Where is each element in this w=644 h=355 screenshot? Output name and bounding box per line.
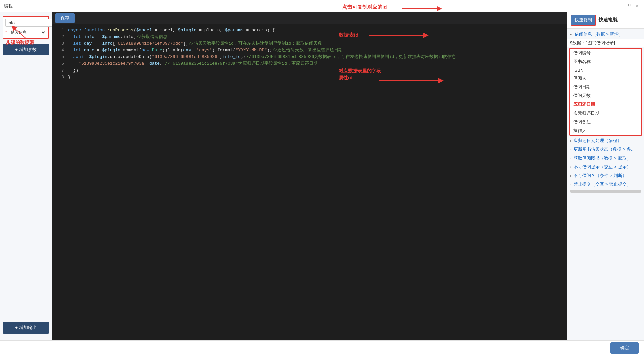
quick-copy-header: 快速复制 快速複製 <box>567 12 644 29</box>
tree-item-update-status[interactable]: › 更新图书借阅状态（数据 > 多... <box>567 145 644 154</box>
tree-item-label: 借阅信息（数据 > 新增） <box>575 32 623 37</box>
field-item-borrow-date[interactable]: 借阅日期 <box>570 83 641 91</box>
code-panel: 保存 1 async function runProcess($model = … <box>52 12 567 340</box>
field-item-book-name[interactable]: 图书名称 <box>570 57 641 66</box>
window-title: 编程 <box>4 3 13 9</box>
code-line: 5 await $plugin.data.updateData("6139a73… <box>52 54 567 60</box>
left-panel: 🗑 * 借阅信息 + 增加参数 + 增加输出 <box>0 12 52 340</box>
sub-tree-header: $数据：[ 图书借阅记录] <box>567 39 644 47</box>
param-select-row: * 借阅信息 <box>5 29 46 36</box>
param-input-row: 🗑 <box>5 19 46 27</box>
tree-item-get-book[interactable]: › 获取借阅图书（数据 > 获取） <box>567 154 644 163</box>
field-item-borrower[interactable]: 借阅人 <box>570 74 641 83</box>
code-line: 1 async function runProcess($model = mod… <box>52 27 567 34</box>
confirm-button[interactable]: 确定 <box>610 342 639 354</box>
tree-item-label: 更新图书借阅状态（数据 > 多... <box>574 147 635 152</box>
main-content: 🗑 * 借阅信息 + 增加参数 + 增加输出 保存 <box>0 12 644 340</box>
close-icon[interactable]: ✕ <box>635 3 640 9</box>
code-line: 7 }) <box>52 67 567 74</box>
tree-item-cannot-borrow-judge[interactable]: › 不可借阅？（条件 > 判断） <box>567 171 644 180</box>
code-line: 4 let date = $plugin.moment(new Date()).… <box>52 47 567 54</box>
tree-item-label: 应归还日期处理（编程） <box>574 138 622 143</box>
tree-item-label: 不可借阅？（条件 > 判断） <box>574 173 627 178</box>
quick-copy-button[interactable]: 快速复制 <box>571 15 596 26</box>
chevron-right-icon: › <box>570 147 571 151</box>
chevron-down-icon: ▾ <box>570 32 572 36</box>
scroll-indicator <box>570 190 641 193</box>
main-window: 编程 ⠿ ✕ 🗑 * 借阅信息 + 增加参数 <box>0 0 644 355</box>
field-item-return-date[interactable]: 应归还日期 <box>570 100 641 109</box>
code-area[interactable]: 1 async function runProcess($model = mod… <box>52 24 567 340</box>
field-box: 借阅编号 图书名称 ISBN 借阅人 借阅日期 借阅天数 应归还日期 实际归还日… <box>569 48 642 136</box>
code-line: 6 "6139a8e235e1c21ee79f703a":date, //"61… <box>52 60 567 67</box>
param-type-select[interactable]: 借阅信息 <box>8 29 46 36</box>
tree-area[interactable]: ▾ 借阅信息（数据 > 新增） $数据：[ 图书借阅记录] 借阅编号 图书名称 … <box>567 29 644 340</box>
chevron-right-icon: › <box>570 182 571 186</box>
field-item-operator[interactable]: 操作人 <box>570 126 641 135</box>
code-line: 8 } <box>52 74 567 81</box>
field-item-isbn[interactable]: ISBN <box>570 66 641 74</box>
chevron-right-icon: › <box>570 174 571 178</box>
field-item-borrow-days[interactable]: 借阅天数 <box>570 91 641 100</box>
code-toolbar: 保存 <box>52 12 567 24</box>
bottom-bar: 确定 <box>0 340 644 355</box>
chevron-right-icon: › <box>570 165 571 169</box>
resize-icon[interactable]: ⠿ <box>627 3 632 9</box>
save-button[interactable]: 保存 <box>55 13 75 23</box>
required-star: * <box>5 30 7 35</box>
chevron-right-icon: › <box>570 139 571 143</box>
field-item-borrow-id[interactable]: 借阅编号 <box>570 49 641 57</box>
window-controls: ⠿ ✕ <box>627 3 640 9</box>
title-bar: 编程 ⠿ ✕ <box>0 0 644 12</box>
code-line: 2 let info = $params.info;//获取借阅信息 <box>52 34 567 40</box>
add-param-button[interactable]: + 增加参数 <box>3 44 49 55</box>
spacer <box>3 55 49 322</box>
code-line: 3 let day = +info["6139a899841ce71ef8977… <box>52 40 567 47</box>
tree-item-label: 不可借阅提示（交互 > 提示） <box>574 164 631 169</box>
tree-item-cannot-borrow-tip[interactable]: › 不可借阅提示（交互 > 提示） <box>567 163 644 171</box>
chevron-right-icon: › <box>570 156 571 160</box>
field-item-remark[interactable]: 借阅备注 <box>570 118 641 126</box>
sub-tree: $数据：[ 图书借阅记录] 借阅编号 图书名称 ISBN 借阅人 借阅日期 借阅… <box>567 39 644 136</box>
param-box: 🗑 * 借阅信息 <box>3 16 49 39</box>
right-panel: 快速复制 快速複製 ▾ 借阅信息（数据 > 新增） $数据：[ 图书借阅记录] … <box>567 12 644 340</box>
tree-item-borrow-info[interactable]: ▾ 借阅信息（数据 > 新增） <box>567 30 644 39</box>
tree-item-return-date-process[interactable]: › 应归还日期处理（编程） <box>567 136 644 145</box>
quick-copy-label: 快速複製 <box>599 17 618 23</box>
tree-item-label: 获取借阅图书（数据 > 获取） <box>574 156 631 161</box>
tree-item-forbid-submit[interactable]: › 禁止提交（交互 > 禁止提交） <box>567 180 644 189</box>
tree-item-label: 禁止提交（交互 > 禁止提交） <box>574 182 631 187</box>
field-item-actual-return[interactable]: 实际归还日期 <box>570 109 641 118</box>
add-output-button[interactable]: + 增加输出 <box>3 322 49 334</box>
